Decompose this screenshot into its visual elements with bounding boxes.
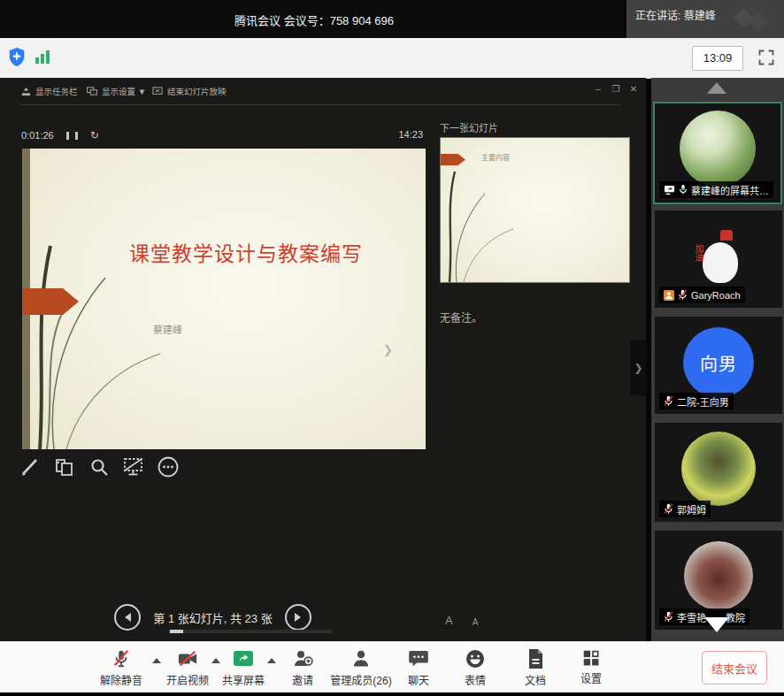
settings-label: 设置 — [580, 670, 602, 685]
settings-icon — [581, 648, 601, 668]
participant-avatar — [684, 541, 753, 610]
documents-label: 文档 — [525, 672, 546, 687]
emoji-icon — [465, 648, 486, 669]
participant-tile[interactable]: 郭姆姆 — [655, 423, 782, 522]
slide-author: 蔡建峰 — [153, 322, 182, 336]
slideshow-progress-bar[interactable] — [168, 630, 333, 633]
black-screen-icon[interactable] — [121, 455, 146, 479]
settings-button[interactable]: 设置 — [556, 648, 626, 685]
collapse-sidebar-handle[interactable]: ❯ — [630, 340, 647, 395]
current-slide[interactable]: 课堂教学设计与教案编写 蔡建峰 ❯ — [22, 149, 426, 449]
active-speaker-banner: 正在讲话: 蔡建峰 — [626, 0, 784, 38]
participant-avatar: 加油 — [685, 221, 752, 288]
close-button[interactable]: ✕ — [626, 84, 641, 94]
meeting-title: 腾讯会议 会议号：758 904 696 — [0, 11, 628, 28]
restore-button[interactable]: ❐ — [609, 84, 623, 94]
mic-muted-icon — [664, 395, 673, 407]
pen-tool-icon[interactable] — [18, 455, 42, 479]
presenter-tools — [18, 455, 181, 479]
participant-label: GaryRoach — [659, 287, 745, 303]
start-video-label: 开启视频 — [166, 672, 209, 687]
participant-label: 二院-王向男 — [659, 393, 734, 409]
share-screen-icon — [233, 648, 254, 669]
host-person-icon — [664, 290, 674, 301]
participant-avatar — [680, 111, 756, 187]
participant-avatar: 向男 — [683, 327, 754, 398]
slideshow-timer: 0:01:26 — [21, 130, 54, 141]
participant-label: 郭姆姆 — [659, 501, 711, 517]
meeting-clock: 13:09 — [692, 46, 743, 71]
end-slideshow-button[interactable]: 结束幻灯片放映 — [152, 85, 227, 97]
show-taskbar-label: 显示任务栏 — [35, 85, 78, 97]
participant-tile[interactable]: 李雪艳——教院 — [655, 531, 782, 630]
invite-icon — [292, 648, 313, 669]
network-signal-icon[interactable] — [35, 50, 50, 64]
presenter-clock: 14:23 — [398, 129, 423, 140]
emoji-label: 表情 — [465, 672, 486, 687]
status-bar: 13:09 — [0, 38, 784, 79]
next-slide-button[interactable] — [285, 604, 311, 631]
display-settings-icon — [87, 87, 97, 96]
restart-timer-icon[interactable]: ↻ — [90, 129, 99, 141]
screen-share-icon — [664, 185, 675, 195]
mic-muted-icon — [111, 648, 131, 669]
slideshow-timer-row: 0:01:26 ↻ — [21, 129, 99, 141]
more-options-icon[interactable] — [156, 455, 181, 479]
pause-timer-icon[interactable] — [66, 132, 78, 140]
participant-tile[interactable]: 向男 二院-王向男 — [655, 317, 782, 414]
shared-screen-presenter-view: 显示任务栏 显示设置 ▼ 结束幻灯片放映 – ❐ ✕ 0:01:26 ↻ 14:… — [0, 78, 646, 641]
previous-arrow-icon — [125, 613, 131, 622]
invite-label: 邀请 — [292, 672, 313, 687]
next-slide-title: 主要内容 — [481, 152, 510, 162]
chat-icon — [408, 648, 429, 669]
next-arrow-icon — [295, 613, 301, 622]
participant-tile[interactable]: 加油 GaryRoach — [655, 210, 782, 308]
avatar-hat-shape — [720, 230, 733, 241]
notes-font-controls: A A — [445, 614, 478, 627]
mic-muted-icon — [664, 503, 673, 515]
unmute-button[interactable]: 解除静音 — [86, 648, 157, 687]
zoom-slide-icon[interactable] — [87, 455, 111, 479]
unmute-label: 解除静音 — [100, 672, 142, 687]
minimize-button[interactable]: – — [591, 84, 605, 94]
end-meeting-button[interactable]: 结束会议 — [702, 651, 767, 685]
slide-grass-decoration — [27, 237, 196, 449]
scroll-up-button[interactable] — [707, 82, 726, 94]
bottom-edge — [0, 692, 784, 696]
participants-sidebar: 蔡建峰的屏幕共… 加油 GaryRoach 向男 二院-王向男 — [651, 78, 784, 641]
chat-label: 聊天 — [408, 672, 429, 687]
avatar-chicken-shape — [703, 242, 738, 283]
fullscreen-icon[interactable] — [757, 49, 775, 66]
thumbnail-arrow-shape — [441, 154, 465, 165]
participant-name: 二院-王向男 — [677, 394, 729, 409]
meeting-window: 腾讯会议 会议号：758 904 696 正在讲话: 蔡建峰 13:09 显示任… — [0, 0, 784, 696]
slide-decoration-chevron: ❯ — [383, 343, 393, 356]
progress-thumb — [170, 630, 183, 633]
slide-title: 课堂教学设计与教案编写 — [75, 237, 417, 267]
thumbnail-grass-decoration — [442, 167, 522, 282]
next-slide-thumbnail[interactable]: 主要内容 — [440, 137, 630, 283]
previous-slide-button[interactable] — [114, 604, 141, 631]
participant-name: 蔡建峰的屏幕共… — [691, 183, 769, 197]
participant-tile[interactable]: 蔡建峰的屏幕共… — [653, 102, 782, 204]
next-slide-label: 下一张幻灯片 — [440, 120, 498, 134]
share-screen-label: 共享屏幕 — [222, 672, 265, 687]
scroll-down-button[interactable] — [704, 617, 729, 632]
security-shield-icon[interactable] — [7, 47, 27, 68]
taskbar-icon — [21, 87, 31, 96]
document-icon — [526, 648, 545, 669]
mic-muted-icon — [678, 289, 688, 301]
participant-label: 蔡建峰的屏幕共… — [659, 181, 773, 198]
decrease-font-button[interactable]: A — [473, 617, 479, 627]
participant-name: GaryRoach — [691, 290, 741, 301]
camera-off-icon — [177, 648, 198, 669]
mic-muted-icon — [664, 611, 673, 623]
display-settings-button[interactable]: 显示设置 ▼ — [87, 85, 146, 97]
avatar-initials: 向男 — [700, 350, 737, 376]
participant-avatar — [681, 432, 756, 506]
see-all-slides-icon[interactable] — [52, 455, 77, 479]
mic-on-icon — [679, 184, 688, 195]
show-taskbar-button[interactable]: 显示任务栏 — [21, 85, 78, 97]
increase-font-button[interactable]: A — [445, 614, 453, 627]
end-slideshow-icon — [152, 87, 163, 96]
